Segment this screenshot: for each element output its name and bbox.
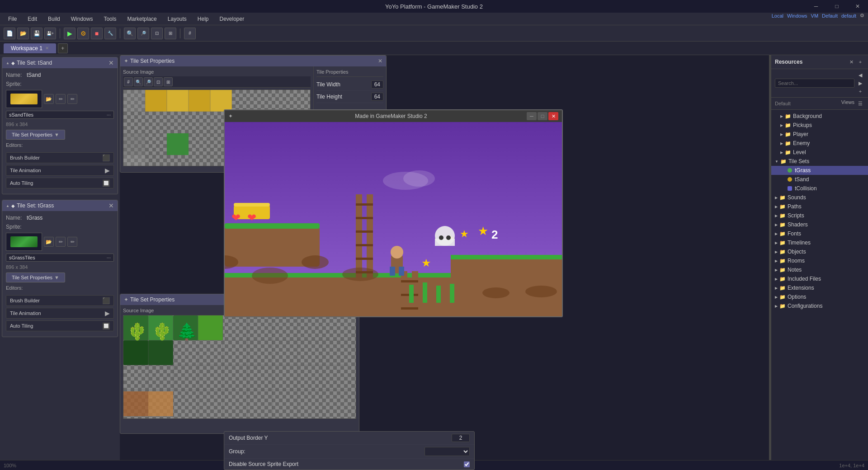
- game-minimize-button[interactable]: ─: [527, 112, 537, 120]
- ide-default-profile[interactable]: Default: [822, 13, 838, 19]
- resources-item-shaders[interactable]: ▶ 📁 Shaders: [771, 220, 868, 229]
- resources-search-input[interactable]: [775, 79, 854, 88]
- resources-item-options[interactable]: ▶ 📁 Options: [771, 292, 868, 301]
- output-border-y-value[interactable]: 2: [452, 434, 470, 442]
- workspace-add-tab[interactable]: +: [58, 43, 68, 53]
- tileset-grass-panel-header[interactable]: ▲ ◆ Tile Set: tGrass ✕: [2, 200, 118, 211]
- sand-sprite-dots-icon[interactable]: ···: [107, 112, 111, 118]
- resources-item-background[interactable]: ▶ 📁 Background: [771, 112, 868, 121]
- resources-item-level[interactable]: ▶ 📁 Level: [771, 148, 868, 157]
- menu-edit[interactable]: Edit: [23, 14, 42, 24]
- zoom-out-button[interactable]: 🔎: [137, 28, 149, 39]
- zoom-fit-button[interactable]: ⊡: [151, 28, 163, 39]
- source-zoom-full-icon[interactable]: ⊞: [164, 77, 173, 86]
- game-restore-button[interactable]: □: [538, 112, 547, 120]
- menu-file[interactable]: File: [4, 14, 21, 24]
- zoom-reset-button[interactable]: ⊞: [165, 28, 176, 39]
- resources-item-objects[interactable]: ▶ 📁 Objects: [771, 247, 868, 256]
- menu-help[interactable]: Help: [193, 14, 213, 24]
- resources-item-paths[interactable]: ▶ 📁 Paths: [771, 202, 868, 211]
- menu-windows[interactable]: Windows: [66, 14, 98, 24]
- resources-item-scripts[interactable]: ▶ 📁 Scripts: [771, 211, 868, 220]
- ide-settings-icon[interactable]: ⚙: [860, 13, 864, 19]
- grass-sprite-edit-button[interactable]: 📂: [44, 237, 54, 247]
- sand-tileset-props-button[interactable]: Tile Set Properties ▼: [6, 130, 65, 140]
- resources-item-player[interactable]: ▶ 📁 Player: [771, 130, 868, 139]
- search-prev-icon[interactable]: ◀: [856, 71, 864, 79]
- source-zoom-in-icon[interactable]: 🔍: [134, 77, 143, 86]
- run-button[interactable]: ▶: [64, 28, 75, 39]
- grass-sprite-dots-icon[interactable]: ···: [107, 255, 111, 260]
- tileset-props-sand-close-icon[interactable]: ✕: [378, 58, 382, 64]
- resources-item-notes[interactable]: ▶ 📁 Notes: [771, 265, 868, 274]
- sand-tile-animation-button[interactable]: Tile Animation ▶: [6, 165, 114, 176]
- close-button[interactable]: ✕: [847, 0, 868, 13]
- ide-local[interactable]: Local: [772, 13, 783, 19]
- grass-tile-animation-button[interactable]: Tile Animation ▶: [6, 308, 114, 319]
- zoom-in-button[interactable]: 🔍: [124, 28, 136, 39]
- grass-auto-tiling-button[interactable]: Auto Tiling 🔲: [6, 320, 114, 331]
- grid-toggle-button[interactable]: #: [184, 28, 196, 39]
- game-close-button[interactable]: ✕: [548, 112, 558, 120]
- workspace-tab-1-close-icon[interactable]: ✕: [45, 46, 49, 51]
- tile-height-value[interactable]: 64: [371, 93, 383, 101]
- maximize-button[interactable]: □: [826, 0, 847, 13]
- resources-item-sounds[interactable]: ▶ 📁 Sounds: [771, 193, 868, 202]
- resources-add-icon[interactable]: +: [856, 58, 864, 66]
- search-next-icon[interactable]: ▶: [856, 79, 864, 87]
- sand-brush-builder-button[interactable]: Brush Builder ⬛: [6, 152, 114, 163]
- resources-item-extensions[interactable]: ▶ 📁 Extensions: [771, 283, 868, 292]
- resources-item-pickups[interactable]: ▶ 📁 Pickups: [771, 121, 868, 130]
- minimize-button[interactable]: ─: [806, 0, 826, 13]
- grass-panel-close-icon[interactable]: ✕: [108, 202, 114, 209]
- grass-sprite-edit3-button[interactable]: ✏: [67, 237, 77, 247]
- sand-sprite-edit-button[interactable]: 📂: [44, 94, 54, 104]
- resources-item-tsand[interactable]: tSand: [771, 175, 868, 184]
- new-button[interactable]: 📄: [4, 28, 15, 39]
- workspace-tab-1[interactable]: Workspace 1 ✕: [4, 43, 56, 53]
- search-close-icon[interactable]: +: [856, 87, 864, 95]
- stop-button[interactable]: ■: [91, 28, 103, 39]
- resources-item-configurations[interactable]: ▶ 📁 Configurations: [771, 301, 868, 310]
- tileset-sand-panel-header[interactable]: ▲ ◆ Tile Set: tSand ✕: [2, 57, 118, 68]
- resources-item-timelines[interactable]: ▶ 📁 Timelines: [771, 238, 868, 247]
- output-disable-export-checkbox[interactable]: [464, 461, 470, 467]
- resources-item-tilesets[interactable]: ▼ 📁 Tile Sets: [771, 157, 868, 166]
- sand-panel-close-icon[interactable]: ✕: [108, 59, 114, 66]
- resources-item-included-files[interactable]: ▶ 📁 Included Files: [771, 274, 868, 283]
- grass-source-image-canvas[interactable]: 🌵 🌵 🌲: [123, 315, 356, 419]
- sand-spritename-box[interactable]: sSandTiles ···: [6, 111, 114, 119]
- source-grid-icon[interactable]: #: [124, 77, 133, 86]
- open-button[interactable]: 📂: [17, 28, 29, 39]
- sand-sprite-edit2-button[interactable]: ✏: [56, 94, 66, 104]
- ide-default[interactable]: default: [841, 13, 856, 19]
- grass-brush-builder-button[interactable]: Brush Builder ⬛: [6, 295, 114, 306]
- menu-build[interactable]: Build: [43, 14, 65, 24]
- source-zoom-out-icon[interactable]: 🔎: [144, 77, 153, 86]
- menu-tools[interactable]: Tools: [99, 14, 121, 24]
- ide-windows[interactable]: Windows: [787, 13, 807, 19]
- resources-item-enemy[interactable]: ▶ 📁 Enemy: [771, 139, 868, 148]
- grass-spritename-box[interactable]: sGrassTiles ···: [6, 254, 114, 262]
- menu-layouts[interactable]: Layouts: [163, 14, 191, 24]
- ide-vm[interactable]: VM: [811, 13, 819, 19]
- resources-item-tgrass[interactable]: tGrass: [771, 166, 868, 175]
- resources-list-view-icon[interactable]: ☰: [856, 99, 864, 108]
- save-all-button[interactable]: 💾+: [44, 28, 56, 39]
- tile-width-value[interactable]: 64: [371, 80, 383, 89]
- grass-sprite-edit2-button[interactable]: ✏: [56, 237, 66, 247]
- resources-close-icon[interactable]: ✕: [847, 58, 855, 66]
- resources-item-rooms[interactable]: ▶ 📁 Rooms: [771, 256, 868, 265]
- menu-marketplace[interactable]: Marketplace: [123, 14, 161, 24]
- grass-tileset-props-button[interactable]: Tile Set Properties ▼: [6, 273, 65, 282]
- sand-sprite-edit3-button[interactable]: ✏: [67, 94, 77, 104]
- output-group-select[interactable]: [425, 447, 470, 456]
- source-zoom-fit-icon[interactable]: ⊡: [154, 77, 163, 86]
- sand-auto-tiling-button[interactable]: Auto Tiling 🔲: [6, 178, 114, 188]
- resources-item-tcollision[interactable]: tCollision: [771, 184, 868, 193]
- save-button[interactable]: 💾: [31, 28, 42, 39]
- debug-button[interactable]: ⚙: [77, 28, 89, 39]
- resources-item-fonts[interactable]: ▶ 📁 Fonts: [771, 229, 868, 238]
- menu-developer[interactable]: Developer: [215, 14, 249, 24]
- clean-button[interactable]: 🔧: [104, 28, 116, 39]
